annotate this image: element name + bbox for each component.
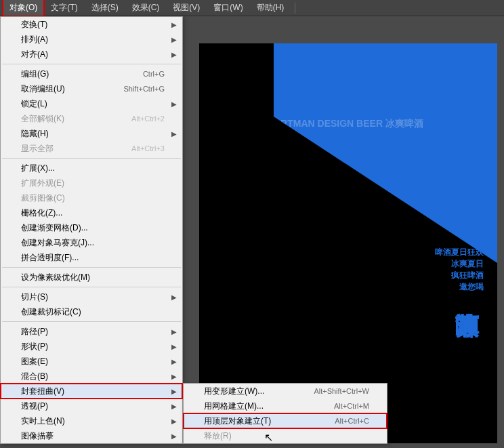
object-menu-item-27[interactable]: 混合(B)▶ — [1, 369, 182, 384]
menu-item-label: 设为像素级优化(M) — [21, 272, 90, 283]
menu-item-label: 拼合透明度(F)... — [21, 252, 79, 264]
object-menu-item-30[interactable]: 实时上色(N)▶ — [1, 413, 182, 428]
menu-item-label: 创建渐变网格(D)... — [21, 222, 88, 234]
envelope-submenu-item-3: 释放(R) — [184, 428, 387, 443]
object-menu-separator — [2, 158, 181, 159]
object-menu-item-6[interactable]: 锁定(L)▶ — [1, 96, 182, 111]
object-menu-item-26[interactable]: 图案(E)▶ — [1, 354, 182, 369]
menubar-divider — [295, 3, 295, 14]
envelope-submenu-item-0[interactable]: 用变形建立(W)...Alt+Shift+Ctrl+W — [184, 384, 387, 399]
menu-item-label: 切片(S) — [21, 291, 48, 303]
menu-item-label: 全部解锁(K) — [21, 113, 64, 125]
menu-effect[interactable]: 效果(C) — [125, 0, 167, 16]
menu-item-label: 透视(P) — [21, 401, 48, 412]
menu-item-shortcut: Alt+Ctrl+2 — [131, 115, 165, 123]
envelope-submenu-item-2[interactable]: 用顶层对象建立(T)Alt+Ctrl+C — [184, 413, 387, 428]
object-menu-item-12: 扩展外观(E) — [1, 176, 182, 190]
chevron-right-icon: ▶ — [171, 130, 177, 138]
object-menu-separator — [2, 287, 181, 287]
chevron-right-icon: ▶ — [171, 373, 177, 380]
object-menu-item-15[interactable]: 创建渐变网格(D)... — [1, 220, 182, 235]
chevron-right-icon: ▶ — [171, 36, 177, 43]
menu-item-label: 用顶层对象建立(T) — [204, 415, 271, 427]
object-menu-item-7: 全部解锁(K)Alt+Ctrl+2 — [1, 111, 182, 126]
chevron-right-icon: ▶ — [171, 21, 177, 28]
menu-item-label: 对齐(A) — [21, 49, 48, 60]
menu-item-label: 裁剪图像(C) — [21, 192, 65, 204]
menu-item-shortcut: Shift+Ctrl+G — [123, 85, 165, 93]
object-menu-separator — [2, 267, 181, 268]
object-menu-item-29[interactable]: 透视(P)▶ — [1, 399, 182, 413]
object-menu-item-0[interactable]: 变换(T)▶ — [1, 17, 182, 32]
object-menu-item-13: 裁剪图像(C) — [1, 190, 182, 205]
chevron-right-icon: ▶ — [171, 403, 177, 410]
menu-item-label: 形状(P) — [21, 341, 48, 352]
menubar: 对象(O) 文字(T) 选择(S) 效果(C) 视图(V) 窗口(W) 帮助(H… — [0, 0, 504, 16]
chevron-right-icon: ▶ — [171, 388, 177, 395]
menu-item-label: 取消编组(U) — [21, 83, 65, 95]
menu-item-label: 路径(P) — [21, 326, 48, 338]
menu-item-label: 排列(A) — [21, 34, 48, 45]
object-menu-item-16[interactable]: 创建对象马赛克(J)... — [1, 235, 182, 250]
object-menu-item-5[interactable]: 取消编组(U)Shift+Ctrl+G — [1, 81, 182, 96]
object-menu-item-1[interactable]: 排列(A)▶ — [1, 32, 182, 47]
object-menu-dropdown: 变换(T)▶排列(A)▶对齐(A)▶编组(G)Ctrl+G取消编组(U)Shif… — [0, 16, 183, 444]
menu-object[interactable]: 对象(O) — [3, 0, 44, 16]
menu-view[interactable]: 视图(V) — [166, 0, 207, 16]
object-menu-item-14[interactable]: 栅格化(Z)... — [1, 205, 182, 220]
menu-item-label: 混合(B) — [21, 371, 48, 382]
object-menu-item-25[interactable]: 形状(P)▶ — [1, 339, 182, 354]
menu-item-label: 用变形建立(W)... — [204, 386, 264, 397]
artwork-warp: ARTMAN DESIGN BEER 冰爽啤酒 — [274, 118, 497, 130]
menu-item-label: 隐藏(H) — [21, 128, 49, 140]
menu-text[interactable]: 文字(T) — [44, 0, 84, 16]
object-menu-item-17[interactable]: 拼合透明度(F)... — [1, 250, 182, 265]
menu-item-label: 栅格化(Z)... — [21, 207, 62, 219]
menu-item-label: 用网格建立(M)... — [204, 401, 264, 412]
object-menu-separator — [2, 321, 181, 322]
chevron-right-icon: ▶ — [171, 432, 177, 440]
chevron-right-icon: ▶ — [171, 100, 177, 108]
menu-item-shortcut: Alt+Shift+Ctrl+W — [314, 387, 369, 395]
menu-item-label: 扩展(X)... — [21, 163, 55, 174]
chevron-right-icon: ▶ — [171, 358, 177, 365]
menu-item-label: 创建裁切标记(C) — [21, 306, 81, 318]
artwork-side: 啤酒夏日狂欢 冰爽夏日 疯狂啤酒 邀您喝 冰爽啤酒节 — [389, 247, 484, 293]
chevron-right-icon: ▶ — [171, 293, 177, 301]
menu-item-label: 创建对象马赛克(J)... — [21, 237, 94, 249]
object-menu-item-19[interactable]: 设为像素级优化(M) — [1, 270, 182, 285]
menu-item-label: 释放(R) — [204, 430, 232, 442]
chevron-right-icon: ▶ — [171, 51, 177, 58]
menu-select[interactable]: 选择(S) — [85, 0, 125, 16]
menu-item-label: 扩展外观(E) — [21, 178, 64, 189]
object-menu-item-4[interactable]: 编组(G)Ctrl+G — [1, 66, 182, 81]
object-menu-item-21[interactable]: 切片(S)▶ — [1, 289, 182, 304]
menu-item-shortcut: Alt+Ctrl+M — [334, 402, 369, 410]
menu-item-label: 图案(E) — [21, 356, 48, 367]
menu-item-shortcut: Ctrl+G — [143, 70, 165, 78]
object-menu-item-2[interactable]: 对齐(A)▶ — [1, 47, 182, 62]
chevron-right-icon: ▶ — [171, 328, 177, 335]
envelope-submenu-item-1[interactable]: 用网格建立(M)...Alt+Ctrl+M — [184, 399, 387, 413]
object-menu-item-24[interactable]: 路径(P)▶ — [1, 324, 182, 339]
envelope-distort-submenu: 用变形建立(W)...Alt+Shift+Ctrl+W用网格建立(M)...Al… — [183, 383, 387, 444]
menu-item-label: 锁定(L) — [21, 98, 47, 110]
menu-item-label: 实时上色(N) — [21, 415, 65, 427]
menu-item-shortcut: Alt+Ctrl+3 — [131, 144, 165, 152]
menu-help[interactable]: 帮助(H) — [250, 0, 291, 16]
object-menu-item-8[interactable]: 隐藏(H)▶ — [1, 126, 182, 141]
menu-window[interactable]: 窗口(W) — [207, 0, 249, 16]
object-menu-item-11[interactable]: 扩展(X)... — [1, 161, 182, 176]
object-menu-separator — [2, 64, 181, 64]
menu-item-label: 编组(G) — [21, 68, 49, 80]
object-menu-item-22[interactable]: 创建裁切标记(C) — [1, 304, 182, 319]
menu-item-shortcut: Alt+Ctrl+C — [335, 417, 369, 425]
menu-item-label: 封套扭曲(V) — [21, 386, 64, 397]
menu-item-label: 显示全部 — [21, 143, 54, 155]
object-menu-item-28[interactable]: 封套扭曲(V)▶ — [1, 384, 182, 399]
object-menu-item-31[interactable]: 图像描摹▶ — [1, 428, 182, 443]
chevron-right-icon: ▶ — [171, 418, 177, 425]
menu-item-label: 变换(T) — [21, 19, 47, 30]
chevron-right-icon: ▶ — [171, 343, 177, 350]
menu-item-label: 图像描摹 — [21, 430, 54, 442]
